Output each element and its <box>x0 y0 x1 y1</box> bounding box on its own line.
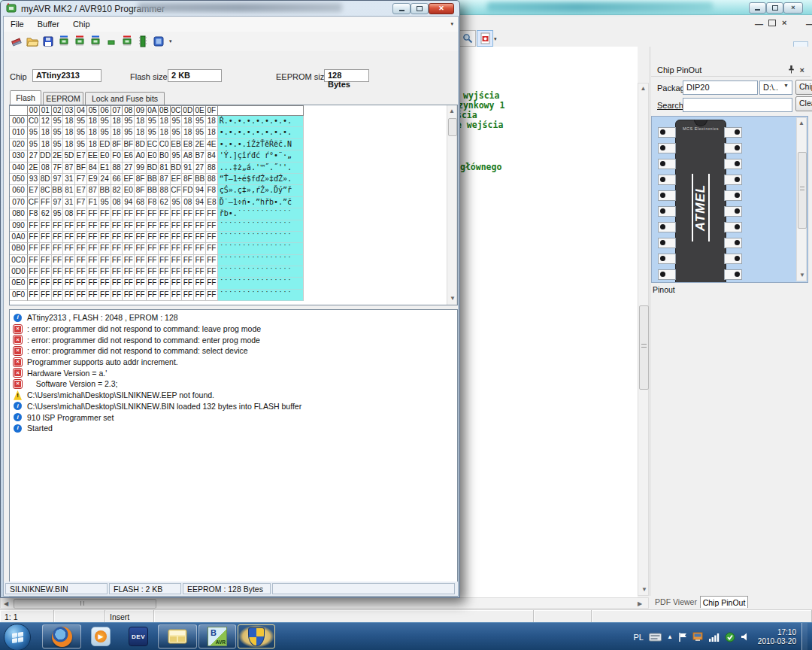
editor-hscroll-thumb[interactable] <box>14 599 156 609</box>
hex-byte[interactable]: 95 <box>147 116 159 127</box>
hex-byte[interactable]: 2E <box>194 139 206 150</box>
hex-byte[interactable]: 7F <box>52 162 64 174</box>
hex-ascii[interactable]: ˙˙˙˙˙˙˙˙˙˙˙˙˙˙˙˙ <box>218 266 304 278</box>
write-fuses-icon[interactable] <box>119 34 135 49</box>
hex-byte[interactable]: BB <box>52 185 64 196</box>
hex-byte[interactable]: 94 <box>194 197 206 208</box>
hex-byte[interactable]: F8 <box>206 185 218 196</box>
hex-byte[interactable]: F8 <box>147 197 159 208</box>
hex-byte[interactable]: 18 <box>40 139 52 150</box>
minimize-button[interactable] <box>392 3 411 14</box>
hex-byte[interactable]: FF <box>87 266 99 278</box>
hex-byte[interactable]: 18 <box>87 127 99 138</box>
hex-byte[interactable]: FF <box>75 243 87 254</box>
hex-byte[interactable]: E7 <box>75 150 87 162</box>
hex-byte[interactable]: BF <box>123 139 135 150</box>
hex-byte[interactable]: FF <box>194 232 206 243</box>
hex-byte[interactable]: 95 <box>75 116 87 127</box>
hex-byte[interactable]: CF <box>171 185 183 196</box>
hex-byte[interactable]: FF <box>75 232 87 243</box>
hex-ascii[interactable]: ˙˙˙˙˙˙˙˙˙˙˙˙˙˙˙˙ <box>218 255 304 266</box>
hex-byte[interactable]: FF <box>159 220 171 232</box>
taskbar-button-media-player[interactable]: ▶ <box>83 624 119 648</box>
hex-byte[interactable]: 8F <box>182 174 194 185</box>
hex-ascii[interactable]: řb•.˙˙˙˙˙˙˙˙˙˙˙˙ <box>218 208 304 220</box>
hex-byte[interactable]: 95 <box>171 127 183 138</box>
hex-byte[interactable]: FF <box>52 232 64 243</box>
hex-byte[interactable]: 81 <box>159 162 171 174</box>
hex-ascii[interactable]: ˙˙˙˙˙˙˙˙˙˙˙˙˙˙˙˙ <box>218 220 304 232</box>
hex-byte[interactable]: FF <box>194 278 206 289</box>
hex-byte[interactable]: FF <box>206 220 218 232</box>
hex-byte[interactable]: FF <box>40 220 52 232</box>
tab-eeprom[interactable]: EEPROM <box>43 92 83 105</box>
hex-vscrollbar[interactable]: ▲ ▼ <box>447 105 457 305</box>
hex-byte[interactable]: FF <box>99 208 111 220</box>
scroll-right-icon[interactable]: ▶ <box>638 601 642 607</box>
hex-byte[interactable]: FF <box>63 243 75 254</box>
hex-byte[interactable]: E0 <box>123 185 135 196</box>
hex-byte[interactable]: 8D <box>40 174 52 185</box>
hex-byte[interactable]: EB <box>171 139 183 150</box>
hex-byte[interactable]: 18 <box>40 127 52 138</box>
hex-byte[interactable]: 95 <box>28 127 40 138</box>
close-button[interactable]: ✕ <box>429 3 454 14</box>
hex-byte[interactable]: FF <box>171 278 183 289</box>
mdi-close-button[interactable]: × <box>782 19 786 27</box>
editor-hscrollbar[interactable]: ◀ ▶ <box>0 597 649 609</box>
hex-byte[interactable]: 95 <box>147 127 159 138</box>
hex-byte[interactable]: FF <box>52 255 64 266</box>
scroll-down-icon[interactable]: ▼ <box>450 296 456 302</box>
hex-byte[interactable]: FF <box>194 243 206 254</box>
hex-byte[interactable]: 18 <box>87 139 99 150</box>
hex-byte[interactable]: 95 <box>52 139 64 150</box>
hex-byte[interactable]: FF <box>75 220 87 232</box>
hex-byte[interactable]: 27 <box>123 162 135 174</box>
hex-byte[interactable]: 08 <box>63 208 75 220</box>
keyboard-icon[interactable] <box>649 633 662 642</box>
hex-byte[interactable]: CF <box>28 197 40 208</box>
hex-byte[interactable]: BB <box>147 185 159 196</box>
hex-byte[interactable]: 81 <box>63 185 75 196</box>
write-flash-icon[interactable] <box>71 34 87 49</box>
hex-byte[interactable]: 84 <box>206 150 218 162</box>
hex-byte[interactable]: A0 <box>135 150 147 162</box>
hex-byte[interactable]: 95 <box>171 150 183 162</box>
panel-close-icon[interactable]: × <box>800 65 804 74</box>
hex-byte[interactable]: FF <box>206 208 218 220</box>
hex-byte[interactable]: FF <box>99 278 111 289</box>
hex-byte[interactable]: E7 <box>75 185 87 196</box>
clock[interactable]: 17:102010-03-20 <box>758 628 796 646</box>
security-icon[interactable] <box>725 632 735 642</box>
hex-byte[interactable]: FF <box>99 232 111 243</box>
hex-byte[interactable]: FF <box>206 278 218 289</box>
hex-byte[interactable]: C0 <box>159 139 171 150</box>
hex-byte[interactable]: FF <box>135 220 147 232</box>
flag-icon[interactable] <box>678 632 687 642</box>
chip-value[interactable]: ATtiny2313 <box>32 69 102 82</box>
hex-byte[interactable]: 27 <box>194 162 206 174</box>
hex-byte[interactable]: 18 <box>182 127 194 138</box>
hex-byte[interactable]: FF <box>63 290 75 301</box>
hex-byte[interactable]: 84 <box>87 162 99 174</box>
save-file-icon[interactable] <box>40 34 56 49</box>
hex-byte[interactable]: FF <box>87 220 99 232</box>
hex-byte[interactable]: FF <box>111 255 123 266</box>
hex-byte[interactable]: FF <box>75 255 87 266</box>
hex-byte[interactable]: FF <box>147 243 159 254</box>
hex-byte[interactable]: FF <box>63 278 75 289</box>
hex-byte[interactable]: F7 <box>75 197 87 208</box>
package-combobox[interactable]: DIP20 <box>683 80 758 95</box>
hex-byte[interactable]: FF <box>87 255 99 266</box>
hex-byte[interactable]: F8 <box>28 208 40 220</box>
hex-byte[interactable]: FF <box>194 220 206 232</box>
hex-byte[interactable]: FF <box>111 220 123 232</box>
hex-byte[interactable]: 62 <box>40 208 52 220</box>
hex-byte[interactable]: FF <box>52 278 64 289</box>
hex-byte[interactable]: FF <box>63 266 75 278</box>
taskbar-button-dev[interactable]: DEV <box>120 624 156 648</box>
start-button[interactable] <box>4 624 31 650</box>
pdf-search-icon[interactable] <box>459 30 476 47</box>
hex-byte[interactable]: FF <box>99 266 111 278</box>
hex-byte[interactable]: BB <box>194 174 206 185</box>
